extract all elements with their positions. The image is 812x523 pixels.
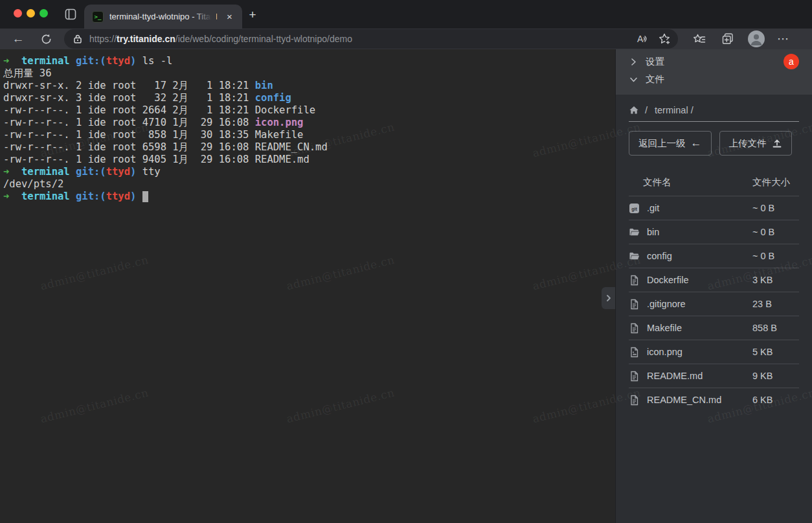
file-row[interactable]: README_CN.md6 KB xyxy=(629,388,799,412)
terminal-line: ➜ terminal git:(ttyd) ls -l xyxy=(3,55,615,67)
back-icon[interactable]: ← xyxy=(8,32,28,46)
file-row[interactable]: Dockerfile3 KB xyxy=(629,268,799,292)
file-name: .git xyxy=(647,203,752,213)
file-row[interactable]: bin~ 0 B xyxy=(629,220,799,244)
file-icon xyxy=(629,395,643,406)
lock-icon[interactable] xyxy=(73,34,83,44)
go-up-button[interactable]: 返回上一级 ← xyxy=(629,131,712,156)
url-path: /ide/web/coding/terminal-ttyd-wlotnipo/d… xyxy=(175,34,352,44)
file-row[interactable]: Makefile858 B xyxy=(629,316,799,340)
image-icon xyxy=(629,347,643,358)
upload-icon xyxy=(772,138,782,148)
file-sidebar: 设置 a 文件 / terminal / xyxy=(615,49,812,523)
file-table: 文件名 文件大小 git.git~ 0 Bbin~ 0 Bconfig~ 0 B… xyxy=(629,169,799,412)
folder-icon xyxy=(629,227,643,238)
chevron-down-icon xyxy=(629,75,638,84)
file-actions: 返回上一级 ← 上传文件 xyxy=(629,131,799,156)
file-row[interactable]: README.md9 KB xyxy=(629,364,799,388)
upload-button[interactable]: 上传文件 xyxy=(719,131,792,156)
collections-icon[interactable] xyxy=(721,32,735,46)
terminal-line: -rw-r--r--. 1 ide root 2664 2月 1 18:21 D… xyxy=(3,104,615,117)
terminal-favicon-icon: >_ xyxy=(92,11,104,23)
file-name: .gitignore xyxy=(647,299,752,309)
url-bar[interactable]: https://try.titanide.cn/ide/web/coding/t… xyxy=(64,29,678,49)
file-name: icon.png xyxy=(647,347,752,357)
file-row[interactable]: config~ 0 B xyxy=(629,244,799,268)
files-label: 文件 xyxy=(646,73,664,86)
refresh-icon[interactable] xyxy=(36,33,56,45)
file-name: bin xyxy=(647,227,752,237)
read-aloud-icon[interactable]: A xyxy=(635,32,649,46)
file-name: Dockerfile xyxy=(647,275,752,285)
profile-avatar[interactable] xyxy=(748,30,765,47)
minimize-window-button[interactable] xyxy=(27,9,35,17)
breadcrumb-root[interactable]: / xyxy=(645,105,648,115)
url-host: try.titanide.cn xyxy=(117,34,175,44)
vertical-tabs-icon[interactable] xyxy=(64,8,77,21)
file-size: 3 KB xyxy=(752,275,799,285)
size-column-header: 文件大小 xyxy=(752,176,799,189)
terminal-line: -rw-r--r--. 1 ide root 4710 1月 29 16:08 … xyxy=(3,117,615,129)
breadcrumb-divider xyxy=(629,121,799,122)
folder-icon xyxy=(629,251,643,262)
breadcrumb-current[interactable]: terminal / xyxy=(655,105,694,115)
terminal-line: drwxr-sr-x. 3 ide root 32 2月 1 18:21 con… xyxy=(3,92,615,104)
file-size: ~ 0 B xyxy=(752,227,799,237)
file-name: Makefile xyxy=(647,323,752,333)
url-text: https://try.titanide.cn/ide/web/coding/t… xyxy=(89,34,626,44)
terminal-line: ➜ terminal git:(ttyd) tty xyxy=(3,166,615,178)
terminal-output: ➜ terminal git:(ttyd) ls -l总用量 36drwxr-s… xyxy=(3,55,615,203)
svg-text:A: A xyxy=(637,34,644,44)
sidebar-sections: 设置 a 文件 xyxy=(616,49,812,95)
close-window-button[interactable] xyxy=(14,9,22,17)
breadcrumb: / terminal / xyxy=(629,105,799,115)
file-icon xyxy=(629,275,643,286)
tab-bar: >_ terminal-ttyd-wlotnipo - TitanI × + xyxy=(0,0,812,29)
file-icon xyxy=(629,323,643,334)
file-size: 6 KB xyxy=(752,395,799,405)
url-scheme: https:// xyxy=(89,34,117,44)
sidebar-item-settings[interactable]: 设置 a xyxy=(616,53,812,71)
home-icon[interactable] xyxy=(629,105,639,115)
add-favorite-icon[interactable] xyxy=(657,32,671,46)
name-column-header: 文件名 xyxy=(643,176,752,189)
terminal-line: ➜ terminal git:(ttyd) xyxy=(3,191,615,203)
sidebar-collapse-handle[interactable] xyxy=(602,287,615,309)
file-table-header: 文件名 文件大小 xyxy=(629,169,799,196)
terminal-line: -rw-r--r--. 1 ide root 9405 1月 29 16:08 … xyxy=(3,154,615,166)
file-row[interactable]: .gitignore23 B xyxy=(629,292,799,316)
svg-text:git: git xyxy=(631,206,637,211)
terminal-line: drwxr-sr-x. 2 ide root 17 2月 1 18:21 bin xyxy=(3,80,615,92)
file-size: 5 KB xyxy=(752,347,799,357)
file-size: ~ 0 B xyxy=(752,203,799,213)
new-tab-button[interactable]: + xyxy=(246,8,259,21)
tab-close-icon[interactable]: × xyxy=(223,10,236,23)
file-icon xyxy=(629,371,643,382)
browser-window: >_ terminal-ttyd-wlotnipo - TitanI × + ←… xyxy=(0,0,812,523)
sidebar-item-files[interactable]: 文件 xyxy=(616,71,812,88)
file-size: 858 B xyxy=(752,323,799,333)
browser-tab[interactable]: >_ terminal-ttyd-wlotnipo - TitanI × xyxy=(84,5,242,29)
terminal-line: -rw-r--r--. 1 ide root 6598 1月 29 16:08 … xyxy=(3,141,615,154)
file-row[interactable]: git.git~ 0 B xyxy=(629,196,799,220)
settings-menu-icon[interactable]: ⋯ xyxy=(777,32,789,46)
arrow-left-icon: ← xyxy=(691,137,702,150)
terminal-line: /dev/pts/2 xyxy=(3,178,615,191)
user-badge[interactable]: a xyxy=(784,54,799,69)
page-content: ➜ terminal git:(ttyd) ls -l总用量 36drwxr-s… xyxy=(0,49,812,523)
chevron-right-icon xyxy=(629,58,638,66)
file-row[interactable]: icon.png5 KB xyxy=(629,340,799,364)
file-table-body: git.git~ 0 Bbin~ 0 Bconfig~ 0 BDockerfil… xyxy=(629,196,799,412)
terminal[interactable]: ➜ terminal git:(ttyd) ls -l总用量 36drwxr-s… xyxy=(0,49,615,523)
git-icon: git xyxy=(629,203,643,214)
file-name: README.md xyxy=(647,371,752,381)
terminal-line: 总用量 36 xyxy=(3,67,615,80)
favorites-icon[interactable] xyxy=(692,32,706,46)
upload-label: 上传文件 xyxy=(729,137,767,150)
file-name: README_CN.md xyxy=(647,395,752,405)
maximize-window-button[interactable] xyxy=(39,9,48,17)
terminal-cursor xyxy=(142,191,148,202)
go-up-label: 返回上一级 xyxy=(638,137,686,150)
file-size: 23 B xyxy=(752,299,799,309)
tab-title-fade xyxy=(193,5,216,29)
